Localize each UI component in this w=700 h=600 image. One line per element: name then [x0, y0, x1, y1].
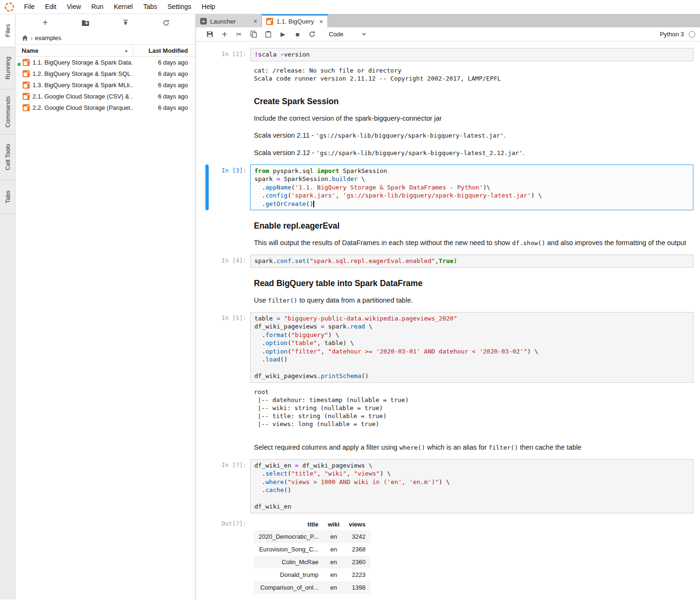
output-table-cell: en: [323, 530, 344, 543]
sidebar-tab-running[interactable]: Running: [0, 47, 15, 90]
markdown-cell[interactable]: Select required columns and apply a filt…: [205, 436, 693, 455]
sidebar-tab-files[interactable]: Files: [0, 14, 15, 47]
breadcrumb: › examples: [16, 31, 195, 44]
column-header-last-modified[interactable]: Last Modified: [133, 45, 195, 56]
menu-help[interactable]: Help: [196, 0, 220, 14]
cell-output-area: Out[7]:titlewikiviews2020_Democratic_P..…: [205, 518, 693, 594]
code-line: .cache(): [254, 486, 689, 494]
cell-collapser[interactable]: [205, 164, 209, 211]
cell-collapser[interactable]: [205, 48, 209, 61]
menu-settings[interactable]: Settings: [163, 0, 197, 14]
menu-run[interactable]: Run: [86, 0, 109, 14]
sidebar-tab-label: Tabs: [4, 190, 11, 203]
stop-icon[interactable]: ■: [290, 30, 305, 39]
save-icon[interactable]: [203, 30, 217, 39]
restart-icon[interactable]: [305, 30, 319, 39]
cell-output-area: cat: /release: No such file or directory…: [205, 66, 693, 83]
breadcrumb-folder[interactable]: examples: [35, 34, 61, 41]
code-line: spark.conf.set("spark.sql.repl.eagerEval…: [254, 257, 689, 265]
menu-file[interactable]: File: [19, 0, 40, 14]
file-name: 1.2. BigQuery Storage & Spark SQL ...: [16, 70, 133, 77]
output-table-cell: Eurovision_Song_C...: [254, 543, 323, 556]
code-line: .option("filter", "datehour >= '2020-03-…: [254, 347, 689, 356]
file-list-item[interactable]: 1.1. BigQuery Storage & Spark Data...6 d…: [16, 57, 195, 68]
output-table-header: titlewikiviews: [254, 518, 370, 530]
file-modified: 6 days ago: [133, 93, 195, 100]
code-line: [254, 364, 689, 372]
cell-collapser[interactable]: [205, 214, 209, 250]
sort-asc-icon[interactable]: ▲: [124, 49, 128, 53]
output-collapser[interactable]: [205, 66, 209, 83]
cut-icon[interactable]: ✂: [232, 30, 246, 39]
cell-type-dropdown[interactable]: Code: [326, 30, 374, 39]
code-line: !scala -version: [254, 50, 689, 59]
file-list-item[interactable]: 1.2. BigQuery Storage & Spark SQL ...6 d…: [16, 68, 195, 79]
output-collapser[interactable]: [205, 387, 209, 429]
close-icon[interactable]: ×: [319, 18, 323, 25]
new-launcher-icon[interactable]: +: [40, 18, 51, 27]
markdown-cell[interactable]: Enable repl.eagerEvalThis will output th…: [205, 214, 693, 250]
cell-collapser[interactable]: [205, 255, 209, 268]
file-list-item[interactable]: 2.1. Google Cloud Storage (CSV) & ...6 d…: [16, 90, 195, 102]
file-name: 2.2. Google Cloud Storage (Parquet...: [16, 104, 133, 111]
paste-icon[interactable]: [261, 30, 276, 39]
home-icon[interactable]: [22, 35, 28, 41]
upload-icon[interactable]: [120, 19, 131, 26]
cell-collapser[interactable]: [205, 436, 209, 455]
refresh-icon[interactable]: [160, 19, 171, 26]
cell-output-prompt: Out[7]:: [209, 518, 250, 594]
output-table-cell: en: [323, 556, 344, 568]
cell-code-editor[interactable]: from pyspark.sql import SparkSessionspar…: [250, 164, 693, 211]
kernel-status-icon[interactable]: [689, 31, 695, 38]
section-heading: Create Spark Session: [254, 97, 690, 107]
notebook-toolbar-icons: +✂▶■: [203, 30, 319, 39]
file-list-item[interactable]: 2.2. Google Cloud Storage (Parquet...6 d…: [16, 102, 195, 113]
column-header-name[interactable]: Name ▲: [16, 47, 133, 54]
run-icon[interactable]: ▶: [276, 30, 290, 39]
menu-edit[interactable]: Edit: [40, 0, 62, 14]
cell-collapser[interactable]: [205, 272, 209, 308]
output-collapser[interactable]: [205, 518, 209, 594]
tab-1-1-bigquery-s[interactable]: 1.1. BigQuery S×: [262, 14, 328, 27]
file-browser-toolbar: +: [16, 14, 195, 31]
code-line: .config('spark.jars', 'gs://spark-lib/bi…: [254, 191, 689, 200]
cell-output-area: root |-- datehour: timestamp (nullable =…: [205, 387, 693, 429]
cell-input-prompt: In [5]:: [209, 312, 250, 383]
notebook-file-icon: [23, 82, 30, 89]
new-folder-icon[interactable]: [80, 19, 91, 26]
kernel-running-dot: [17, 63, 21, 66]
menu-tabs[interactable]: Tabs: [138, 0, 163, 14]
sidebar-tab-cell-tools[interactable]: Cell Tools: [0, 135, 15, 180]
menu-view[interactable]: View: [62, 0, 86, 14]
file-name: 2.1. Google Cloud Storage (CSV) & ...: [16, 93, 133, 100]
menu-kernel[interactable]: Kernel: [108, 0, 138, 14]
code-line: .option("table", table) \: [254, 339, 689, 347]
add-cell-icon[interactable]: +: [217, 30, 232, 39]
left-sidebar: FilesRunningCommandsCell ToolsTabs: [0, 14, 16, 600]
cell-code-editor[interactable]: spark.conf.set("spark.sql.repl.eagerEval…: [250, 255, 693, 268]
output-table-cell: en: [323, 581, 344, 594]
cell-code-editor[interactable]: !scala -version: [250, 48, 693, 61]
markdown-paragraph: Include the correct version of the spark…: [254, 113, 690, 123]
markdown-cell[interactable]: Create Spark SessionInclude the correct …: [205, 90, 693, 160]
kernel-name[interactable]: Python 3: [660, 31, 684, 38]
cell-code-editor[interactable]: table = "bigquery-public-data.wikipedia.…: [250, 312, 693, 383]
name-header-label: Name: [22, 47, 38, 54]
cell-collapser[interactable]: [205, 459, 209, 513]
sidebar-tab-tabs[interactable]: Tabs: [0, 180, 15, 214]
tab-label: Launcher: [210, 18, 250, 25]
cell-code-editor[interactable]: df_wiki_en = df_wiki_pageviews \ .select…: [250, 459, 693, 513]
copy-icon[interactable]: [246, 30, 261, 39]
sidebar-tab-commands[interactable]: Commands: [0, 90, 15, 135]
file-name: 1.1. BigQuery Storage & Spark Data...: [16, 59, 133, 66]
close-icon[interactable]: ×: [253, 18, 257, 25]
cell-prompt-spacer: [209, 90, 250, 160]
notebook-file-icon: [23, 104, 30, 111]
markdown-cell[interactable]: Read BigQuery table into Spark DataFrame…: [205, 272, 693, 308]
file-list-item[interactable]: 1.3. BigQuery Storage & Spark MLli...6 d…: [16, 79, 195, 90]
cell-collapser[interactable]: [205, 90, 209, 160]
cell-collapser[interactable]: [205, 312, 209, 383]
output-table-cell: 2360: [344, 556, 370, 568]
code-line: df_wiki_en = df_wiki_pageviews \: [254, 461, 689, 470]
tab-launcher[interactable]: +Launcher×: [196, 14, 262, 27]
